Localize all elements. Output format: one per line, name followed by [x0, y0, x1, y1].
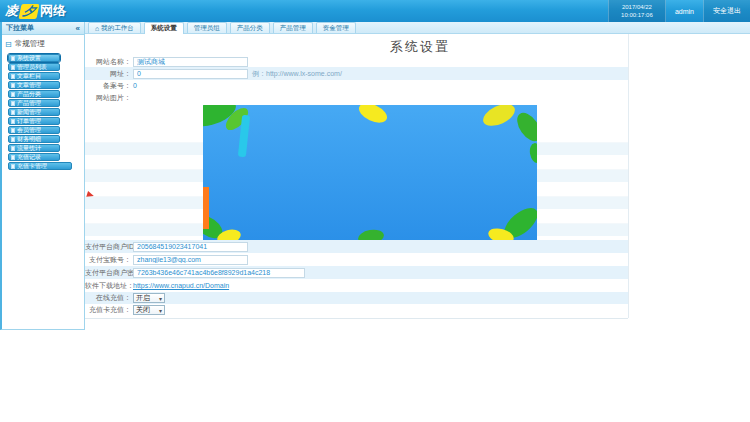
sidebar-item-label: 产品分类	[17, 91, 41, 97]
sidebar-item-product-category[interactable]: 产品分类	[8, 90, 60, 98]
logo-text-suffix: 网络	[40, 2, 66, 20]
sidebar-item-label: 充值卡管理	[17, 163, 47, 169]
sidebar-item-label: 订单管理	[17, 118, 41, 124]
site-name-input[interactable]	[133, 57, 248, 67]
form-row-card-recharge: 充值卡充值： 关闭 ▾	[85, 304, 628, 316]
tab-label: 资金管理	[323, 24, 349, 33]
tab-fund-manage[interactable]: 资金管理	[316, 22, 356, 33]
datetime-display: 2017/04/22 10:00:17:06	[608, 0, 666, 22]
home-icon: ⌂	[95, 25, 99, 32]
document-icon	[11, 137, 15, 142]
form-row-download-url: 软件下载地址： https://www.cnapud.cn/Domain	[85, 279, 628, 292]
tab-label: 系统设置	[151, 24, 177, 33]
sidebar-item-order-manage[interactable]: 订单管理	[8, 117, 60, 125]
form-row-alipay-account: 支付宝账号：	[85, 253, 628, 266]
document-icon	[11, 65, 15, 70]
tab-admin-group[interactable]: 管理员组	[187, 22, 227, 33]
collapse-sidebar-icon[interactable]: «	[76, 24, 80, 33]
sidebar-item-label: 新闻管理	[17, 109, 41, 115]
document-icon	[11, 146, 15, 151]
sidebar-item-news-manage[interactable]: 新闻管理	[8, 108, 60, 116]
logo-badge: 夕	[18, 4, 39, 19]
sidebar-item-member-manage[interactable]: 会员管理	[8, 126, 60, 134]
form-bottom-border	[85, 318, 628, 319]
icp-label: 备案号：	[85, 81, 131, 91]
app-window: 凌 夕 网络 2017/04/22 10:00:17:06 admin 安全退出…	[0, 0, 750, 422]
sidebar-item-recharge-card-manage[interactable]: 充值卡管理	[8, 162, 72, 170]
alipay-account-label: 支付宝账号：	[85, 255, 131, 265]
form-row-online-recharge: 在线充值： 开启 ▾	[85, 292, 628, 304]
logo: 凌 夕 网络	[5, 1, 66, 21]
merchant-key-label: 支付平台商户密钥：	[85, 268, 131, 278]
sidebar-item-label: 流量统计	[17, 145, 41, 151]
sidebar-item-system-settings[interactable]: 系统设置	[8, 54, 60, 62]
card-recharge-value: 关闭	[136, 305, 150, 315]
sidebar-item-article-category[interactable]: 文章栏目	[8, 72, 60, 80]
sidebar-header: 下拉菜单 «	[2, 22, 84, 35]
document-icon	[11, 92, 15, 97]
merchant-key-input[interactable]	[133, 268, 305, 278]
time-text: 10:00:17:06	[615, 11, 659, 19]
sidebar-item-traffic-stats[interactable]: 流量统计	[8, 144, 60, 152]
tab-workbench[interactable]: ⌂ 我的工作台	[88, 22, 141, 33]
sidebar-item-product-manage[interactable]: 产品管理	[8, 99, 60, 107]
sidebar-menu: 系统设置 管理员列表 文章栏目 文章管理 产品分类 产品管理 新闻管理 订单管理…	[2, 52, 84, 170]
sidebar-section-toggle[interactable]: ⊟ 常规管理	[2, 35, 84, 52]
sidebar-section-label: 常规管理	[15, 39, 45, 49]
card-recharge-select[interactable]: 关闭 ▾	[133, 305, 165, 315]
card-recharge-label: 充值卡充值：	[85, 305, 131, 315]
current-user-link[interactable]: admin	[666, 0, 703, 22]
merchant-id-label: 支付平台商户ID：	[85, 242, 131, 252]
banner-graphic	[203, 105, 537, 240]
sidebar-item-label: 文章管理	[17, 82, 41, 88]
tab-bar: ⌂ 我的工作台 系统设置 管理员组 产品分类 产品管理 资金管理	[85, 22, 750, 34]
top-header: 凌 夕 网络 2017/04/22 10:00:17:06 admin 安全退出	[0, 0, 750, 22]
download-url-link[interactable]: https://www.cnapud.cn/Domain	[133, 282, 229, 289]
logout-button[interactable]: 安全退出	[703, 0, 750, 22]
document-icon	[11, 128, 15, 133]
tab-system-settings[interactable]: 系统设置	[144, 22, 184, 34]
online-recharge-select[interactable]: 开启 ▾	[133, 293, 165, 303]
chevron-down-icon: ▾	[159, 307, 162, 314]
site-url-label: 网址：	[85, 69, 131, 79]
download-url-label: 软件下载地址：	[85, 281, 131, 291]
tab-label: 管理员组	[194, 24, 220, 33]
icp-value: 0	[133, 82, 137, 89]
sidebar-item-label: 系统设置	[17, 55, 41, 61]
document-icon	[11, 164, 15, 169]
site-url-input[interactable]	[133, 69, 248, 79]
site-url-hint: 例：http://www.lx-some.com/	[252, 69, 342, 79]
sidebar-item-label: 财务明细	[17, 136, 41, 142]
online-recharge-value: 开启	[136, 293, 150, 303]
sidebar-item-recharge-record[interactable]: 充值记录	[8, 153, 60, 161]
form-row-merchant-key: 支付平台商户密钥：	[85, 266, 628, 279]
sidebar-item-finance-detail[interactable]: 财务明细	[8, 135, 60, 143]
document-icon	[11, 110, 15, 115]
header-right: 2017/04/22 10:00:17:06 admin 安全退出	[608, 0, 750, 22]
form-row-banner: 网站图片：	[85, 91, 628, 104]
form-row-merchant-id: 支付平台商户ID：	[85, 240, 628, 253]
sidebar-item-label: 管理员列表	[17, 64, 47, 70]
site-name-label: 网站名称：	[85, 57, 131, 67]
date-text: 2017/04/22	[615, 3, 659, 11]
sidebar-item-label: 充值记录	[17, 154, 41, 160]
main-content: ⌂ 我的工作台 系统设置 管理员组 产品分类 产品管理 资金管理 系统设置 网站…	[85, 22, 750, 330]
document-icon	[11, 155, 15, 160]
section-collapse-icon: ⊟	[5, 40, 12, 49]
sidebar-item-label: 会员管理	[17, 127, 41, 133]
tab-product-manage[interactable]: 产品管理	[273, 22, 313, 33]
logo-text-prefix: 凌	[5, 2, 18, 20]
tab-product-category[interactable]: 产品分类	[230, 22, 270, 33]
sidebar: 下拉菜单 « ⊟ 常规管理 系统设置 管理员列表 文章栏目 文章管理 产品分类 …	[0, 22, 85, 330]
content-column-divider	[628, 34, 629, 318]
tab-label: 产品分类	[237, 24, 263, 33]
alipay-account-input[interactable]	[133, 255, 248, 265]
sidebar-item-article-manage[interactable]: 文章管理	[8, 81, 60, 89]
sidebar-item-label: 文章栏目	[17, 73, 41, 79]
page-title: 系统设置	[340, 38, 500, 56]
document-icon	[11, 101, 15, 106]
chevron-down-icon: ▾	[159, 295, 162, 302]
sidebar-item-admin-list[interactable]: 管理员列表	[8, 63, 60, 71]
merchant-id-input[interactable]	[133, 242, 248, 252]
tab-label: 我的工作台	[101, 24, 134, 33]
